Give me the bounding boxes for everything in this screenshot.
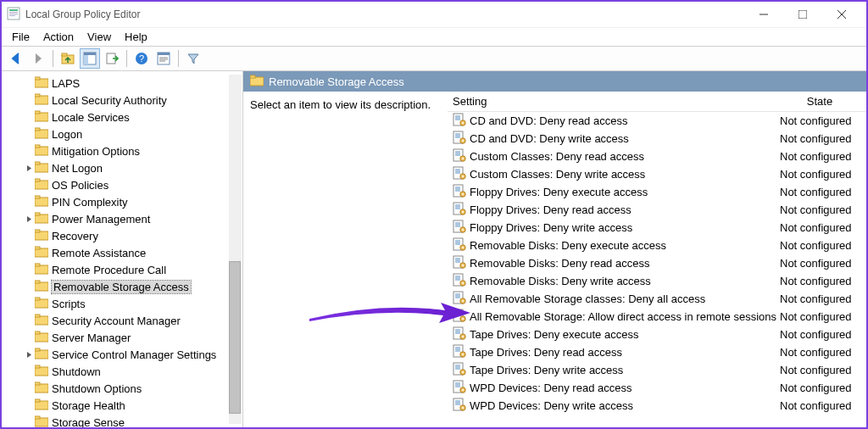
- setting-name-label: All Removable Storage classes: Deny all …: [470, 292, 705, 305]
- svg-point-77: [462, 140, 464, 142]
- column-header-state[interactable]: State: [776, 95, 866, 108]
- minimize-button[interactable]: [744, 2, 783, 27]
- svg-rect-25: [35, 94, 40, 97]
- tree-node[interactable]: Shutdown: [5, 363, 242, 380]
- back-button[interactable]: [6, 48, 26, 69]
- export-button[interactable]: [102, 48, 122, 69]
- tree-node[interactable]: Mitigation Options: [5, 142, 242, 159]
- policy-setting-icon: [453, 148, 466, 164]
- tree-node-label: LAPS: [52, 77, 80, 90]
- svg-rect-4: [9, 15, 15, 16]
- setting-row[interactable]: WPD Devices: Deny write accessNot config…: [448, 397, 866, 415]
- svg-rect-61: [35, 399, 40, 402]
- tree-node[interactable]: PIN Complexity: [5, 193, 242, 210]
- tree-node[interactable]: Remote Procedure Call: [5, 261, 242, 278]
- setting-row[interactable]: Tape Drives: Deny write accessNot config…: [448, 361, 866, 379]
- setting-row[interactable]: Removable Disks: Deny execute accessNot …: [448, 237, 866, 254]
- setting-state-label: Not configured: [776, 310, 866, 323]
- svg-rect-51: [35, 315, 40, 317]
- setting-row[interactable]: Removable Disks: Deny write accessNot co…: [448, 272, 866, 290]
- column-headers: Setting State: [448, 92, 866, 112]
- setting-row[interactable]: All Removable Storage classes: Deny all …: [448, 290, 866, 308]
- policy-setting-icon: [453, 113, 466, 129]
- help-button[interactable]: ?: [131, 48, 152, 69]
- menu-file[interactable]: File: [5, 29, 36, 45]
- tree-node[interactable]: Storage Health: [5, 397, 242, 414]
- tree-node[interactable]: OS Policies: [5, 176, 242, 193]
- folder-icon: [35, 161, 48, 176]
- setting-row[interactable]: CD and DVD: Deny read accessNot configur…: [448, 112, 866, 130]
- tree-scrollbar[interactable]: [229, 75, 242, 424]
- chevron-right-icon[interactable]: [24, 349, 34, 359]
- setting-state-label: Not configured: [776, 186, 866, 198]
- properties-button[interactable]: [153, 48, 174, 69]
- console-tree[interactable]: LAPSLocal Security AuthorityLocale Servi…: [2, 71, 243, 427]
- setting-row[interactable]: Removable Disks: Deny read accessNot con…: [448, 254, 866, 272]
- close-button[interactable]: [822, 2, 861, 27]
- setting-row[interactable]: WPD Devices: Deny read accessNot configu…: [448, 379, 866, 397]
- setting-state-label: Not configured: [776, 328, 866, 341]
- menu-view[interactable]: View: [81, 29, 118, 45]
- show-hide-console-tree-button[interactable]: [80, 48, 100, 69]
- svg-rect-27: [35, 111, 40, 114]
- menu-action[interactable]: Action: [36, 29, 81, 45]
- tree-node[interactable]: Security Account Manager: [5, 312, 242, 329]
- svg-point-101: [462, 211, 464, 213]
- tree-node[interactable]: Net Logon: [5, 159, 242, 176]
- tree-node[interactable]: Logon: [5, 125, 242, 142]
- tree-node[interactable]: LAPS: [5, 75, 242, 92]
- tree-node-label: OS Policies: [52, 179, 108, 192]
- chevron-right-icon[interactable]: [24, 214, 34, 224]
- svg-rect-13: [84, 53, 96, 55]
- setting-name-label: CD and DVD: Deny write access: [470, 132, 629, 145]
- svg-rect-29: [35, 128, 40, 131]
- svg-point-113: [462, 247, 464, 248]
- folder-icon: [35, 382, 48, 396]
- tree-node-label: Logon: [52, 128, 82, 141]
- setting-state-label: Not configured: [776, 292, 866, 305]
- chevron-right-icon[interactable]: [24, 163, 34, 173]
- tree-node[interactable]: Recovery: [5, 227, 242, 244]
- title-bar: Local Group Policy Editor: [2, 2, 866, 27]
- setting-name-label: Custom Classes: Deny write access: [470, 168, 645, 181]
- menu-help[interactable]: Help: [118, 29, 154, 45]
- svg-rect-59: [35, 382, 40, 385]
- tree-node[interactable]: Removable Storage Access: [5, 278, 242, 295]
- column-header-setting[interactable]: Setting: [448, 95, 776, 108]
- up-button[interactable]: [58, 48, 78, 69]
- setting-state-label: Not configured: [776, 239, 866, 252]
- tree-node-label: Power Management: [52, 213, 150, 226]
- svg-point-137: [462, 318, 464, 320]
- setting-row[interactable]: All Removable Storage: Allow direct acce…: [448, 308, 866, 326]
- tree-scroll-thumb[interactable]: [229, 261, 241, 414]
- filter-button[interactable]: [183, 48, 203, 69]
- tree-node[interactable]: Shutdown Options: [5, 380, 242, 397]
- svg-point-131: [462, 300, 464, 302]
- setting-row[interactable]: Floppy Drives: Deny write accessNot conf…: [448, 219, 866, 237]
- setting-state-label: Not configured: [776, 132, 866, 145]
- tree-node[interactable]: Remote Assistance: [5, 244, 242, 261]
- tree-node[interactable]: Locale Services: [5, 109, 242, 125]
- setting-name-label: Floppy Drives: Deny write access: [470, 221, 632, 234]
- forward-button[interactable]: [28, 48, 48, 69]
- setting-name-label: Floppy Drives: Deny execute access: [470, 186, 648, 198]
- setting-row[interactable]: CD and DVD: Deny write accessNot configu…: [448, 130, 866, 148]
- tree-node[interactable]: Service Control Manager Settings: [5, 346, 242, 363]
- tree-node[interactable]: Storage Sense: [5, 414, 242, 427]
- app-icon: [7, 7, 20, 23]
- tree-node[interactable]: Power Management: [5, 210, 242, 227]
- setting-row[interactable]: Custom Classes: Deny write accessNot con…: [448, 165, 866, 183]
- setting-row[interactable]: Floppy Drives: Deny execute accessNot co…: [448, 183, 866, 201]
- setting-row[interactable]: Tape Drives: Deny read accessNot configu…: [448, 343, 866, 361]
- maximize-button[interactable]: [783, 2, 822, 27]
- tree-node[interactable]: Local Security Authority: [5, 92, 242, 109]
- detail-header: Removable Storage Access: [243, 71, 866, 92]
- policy-setting-icon: [453, 309, 466, 325]
- tree-node[interactable]: Scripts: [5, 295, 242, 312]
- setting-row[interactable]: Tape Drives: Deny execute accessNot conf…: [448, 326, 866, 343]
- setting-name-label: Tape Drives: Deny write access: [470, 364, 623, 376]
- tree-node[interactable]: Server Manager: [5, 329, 242, 346]
- settings-list[interactable]: CD and DVD: Deny read accessNot configur…: [448, 112, 866, 427]
- setting-row[interactable]: Floppy Drives: Deny read accessNot confi…: [448, 201, 866, 219]
- setting-row[interactable]: Custom Classes: Deny read accessNot conf…: [448, 148, 866, 165]
